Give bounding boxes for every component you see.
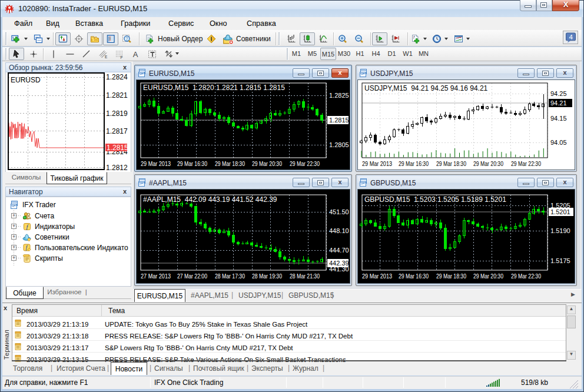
svg-text:94.05: 94.05 — [550, 139, 567, 146]
svg-text:29 Mar 2013: 29 Mar 2013 — [362, 160, 392, 167]
svg-text:29 Mar 18:30: 29 Mar 18:30 — [215, 160, 245, 167]
svg-text:29 Mar 22:30: 29 Mar 22:30 — [511, 273, 541, 280]
svg-text:451.50: 451.50 — [329, 208, 349, 215]
svg-text:29 Mar 2013: 29 Mar 2013 — [362, 273, 392, 280]
svg-text:29 Mar 20:30: 29 Mar 20:30 — [473, 160, 503, 167]
svg-text:4: 4 — [569, 33, 573, 41]
svg-text:28 Mar 19:30: 28 Mar 19:30 — [252, 273, 282, 280]
svg-text:29 Mar 22:30: 29 Mar 22:30 — [290, 160, 320, 167]
svg-text:29 Mar 22:30: 29 Mar 22:30 — [511, 160, 541, 167]
svg-text:28 Mar 21:30: 28 Mar 21:30 — [290, 273, 320, 280]
svg-text:GBPUSD,M15 1.5203 1.5205 1.51: GBPUSD,M15 1.5203 1.5205 1.5189 1.5201 — [364, 195, 506, 204]
svg-text:448.10: 448.10 — [329, 227, 349, 234]
svg-text:1.2821: 1.2821 — [106, 91, 128, 99]
svg-text:1.2805: 1.2805 — [329, 141, 349, 148]
svg-text:1.2817: 1.2817 — [106, 127, 128, 135]
svg-text:1.5190: 1.5190 — [550, 227, 570, 234]
svg-text:28 Mar 17:30: 28 Mar 17:30 — [215, 273, 245, 280]
svg-text:E: E — [105, 55, 108, 59]
svg-text:27 Mar 22:00: 27 Mar 22:00 — [177, 273, 207, 280]
svg-text:1.5175: 1.5175 — [550, 257, 570, 264]
svg-text:94.15: 94.15 — [550, 115, 567, 122]
svg-text:29 Mar 18:30: 29 Mar 18:30 — [436, 273, 466, 280]
svg-text:EURUSD,M15 1.2820 1.2821 1.28: EURUSD,M15 1.2820 1.2821 1.2815 1.2815 — [143, 84, 285, 92]
svg-text:444.70: 444.70 — [329, 247, 349, 254]
svg-text:1.2815: 1.2815 — [107, 144, 128, 152]
svg-text:94.25: 94.25 — [550, 90, 567, 97]
svg-text:#AAPL,M15 442.09 443.19 441.5: #AAPL,M15 442.09 443.19 441.52 442.39 — [143, 195, 277, 204]
svg-text:EURUSD: EURUSD — [11, 76, 41, 84]
svg-text:1.2815: 1.2815 — [329, 117, 349, 124]
svg-text:29 Mar 16:30: 29 Mar 16:30 — [399, 160, 429, 167]
svg-text:29 Mar 20:30: 29 Mar 20:30 — [473, 273, 503, 280]
svg-text:1.2824: 1.2824 — [106, 73, 128, 81]
svg-text:29 Mar 18:30: 29 Mar 18:30 — [436, 160, 466, 167]
svg-text:1.2825: 1.2825 — [329, 92, 349, 99]
svg-text:27 Mar 2013: 27 Mar 2013 — [141, 273, 171, 280]
svg-text:F: F — [121, 55, 123, 59]
svg-text:29 Mar 16:30: 29 Mar 16:30 — [399, 273, 429, 280]
svg-text:USDJPY,M15 94.21 94.25 94.16: USDJPY,M15 94.21 94.25 94.16 94.21 — [364, 84, 488, 92]
svg-text:94.21: 94.21 — [550, 99, 567, 107]
svg-text:1.5201: 1.5201 — [550, 208, 570, 215]
svg-text:442.39: 442.39 — [329, 260, 349, 267]
svg-text:29 Mar 16:30: 29 Mar 16:30 — [177, 160, 207, 167]
svg-text:29 Mar 20:30: 29 Mar 20:30 — [252, 160, 282, 167]
svg-text:29 Mar 2013: 29 Mar 2013 — [141, 160, 171, 167]
svg-text:1.2812: 1.2812 — [106, 164, 128, 172]
svg-text:1.2819: 1.2819 — [106, 109, 128, 118]
svg-text:A: A — [133, 50, 138, 59]
